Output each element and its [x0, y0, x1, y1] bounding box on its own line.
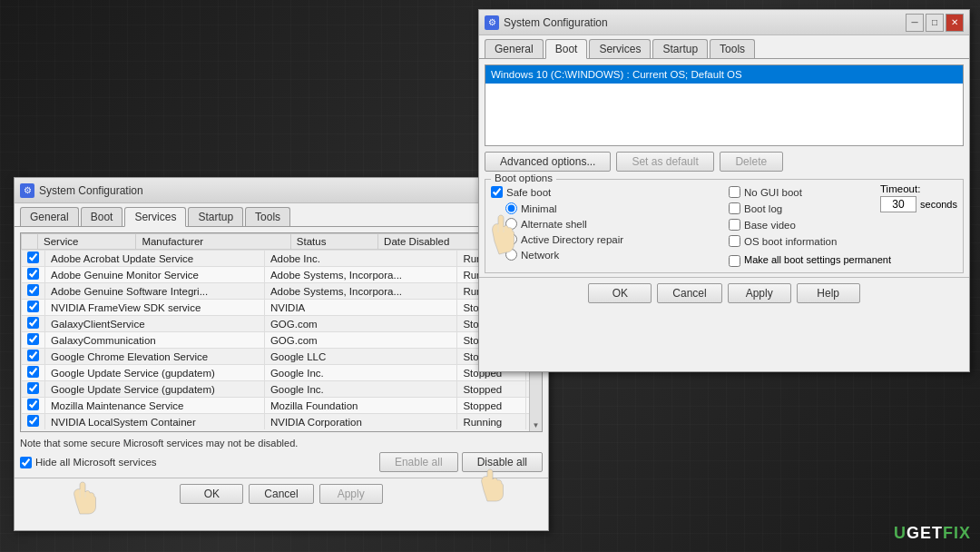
- boot-maximize-button[interactable]: □: [926, 14, 944, 32]
- tab-services-services[interactable]: Services: [124, 207, 186, 227]
- scroll-down-arrow[interactable]: ▼: [533, 421, 540, 429]
- tab-tools-services[interactable]: Tools: [245, 207, 290, 226]
- no-gui-checkbox[interactable]: [729, 186, 740, 198]
- service-name: Mozilla Maintenance Service: [45, 398, 265, 414]
- boot-entry-selected[interactable]: Windows 10 (C:\WINDOWS) : Current OS; De…: [485, 65, 963, 84]
- boot-minimize-button[interactable]: ─: [906, 14, 924, 32]
- tab-startup-boot[interactable]: Startup: [652, 39, 708, 58]
- boot-log-checkbox[interactable]: [729, 202, 740, 214]
- service-name: GalaxyClientService: [45, 316, 265, 332]
- service-checkbox[interactable]: [27, 333, 39, 345]
- hand-cursor-1: [69, 478, 101, 521]
- boot-window: ⚙ System Configuration ─ □ ✕ General Boo…: [478, 9, 970, 372]
- services-cancel-button[interactable]: Cancel: [249, 484, 313, 504]
- row-checkbox-cell: [22, 381, 45, 398]
- boot-log-label: Boot log: [744, 203, 782, 214]
- boot-list[interactable]: Windows 10 (C:\WINDOWS) : Current OS; De…: [485, 64, 964, 146]
- tab-general-services[interactable]: General: [20, 207, 79, 226]
- table-row: Google Update Service (gupdatem) Google …: [22, 365, 542, 381]
- services-content: Service Manufacturer Status Date Disable…: [15, 227, 548, 478]
- timeout-section: Timeout: seconds: [880, 183, 957, 212]
- hide-microsoft-checkbox[interactable]: [20, 457, 32, 468]
- services-note: Note that some secure Microsoft services…: [20, 438, 543, 448]
- row-checkbox-cell: [22, 316, 45, 332]
- service-checkbox[interactable]: [27, 382, 39, 394]
- boot-help-button[interactable]: Help: [797, 283, 860, 303]
- delete-button[interactable]: Delete: [720, 152, 783, 172]
- timeout-input[interactable]: [880, 196, 916, 212]
- table-row: NVIDIA LocalSystem Container NVIDIA Corp…: [22, 414, 542, 430]
- service-name: GalaxyCommunication: [45, 332, 265, 349]
- boot-close-button[interactable]: ✕: [946, 14, 964, 32]
- service-checkbox[interactable]: [27, 251, 39, 263]
- service-name: Adobe Genuine Software Integri...: [45, 283, 265, 300]
- active-directory-label: Active Directory repair: [521, 234, 623, 245]
- tab-general-boot[interactable]: General: [485, 39, 544, 58]
- make-permanent-checkbox[interactable]: [729, 255, 740, 267]
- enable-disable-buttons: Enable all Disable all: [379, 452, 543, 472]
- tab-services-boot[interactable]: Services: [589, 39, 651, 58]
- table-row: Google Chrome Elevation Service Google L…: [22, 349, 542, 365]
- services-ok-button[interactable]: OK: [180, 484, 243, 504]
- services-bottom-controls: Hide all Microsoft services Enable all D…: [20, 452, 543, 472]
- service-checkbox[interactable]: [27, 284, 39, 296]
- service-checkbox[interactable]: [27, 415, 39, 427]
- service-checkbox[interactable]: [27, 268, 39, 280]
- service-manufacturer: Google Inc.: [264, 381, 457, 398]
- boot-cancel-button[interactable]: Cancel: [657, 283, 721, 303]
- active-directory-radio-row: Active Directory repair: [505, 232, 720, 246]
- services-table-container: Service Manufacturer Status Date Disable…: [20, 232, 543, 432]
- services-title-left: ⚙ System Configuration: [20, 183, 143, 198]
- base-video-checkbox[interactable]: [729, 219, 740, 231]
- services-window-title: System Configuration: [39, 184, 143, 197]
- timeout-unit: seconds: [920, 199, 957, 210]
- boot-ok-button[interactable]: OK: [588, 283, 652, 303]
- boot-options-label: Boot options: [491, 172, 556, 183]
- alternate-shell-label: Alternate shell: [521, 219, 587, 230]
- service-manufacturer: Mozilla Foundation: [264, 398, 457, 414]
- service-checkbox[interactable]: [27, 317, 39, 329]
- services-table-scroll[interactable]: Adobe Acrobat Update Service Adobe Inc. …: [21, 250, 542, 429]
- service-checkbox[interactable]: [27, 350, 39, 361]
- row-checkbox-cell: [22, 398, 45, 414]
- boot-action-row: Advanced options... Set as default Delet…: [479, 152, 969, 172]
- service-name: Google Update Service (gupdatem): [45, 365, 265, 381]
- services-titlebar: ⚙ System Configuration ─ □ ✕: [15, 178, 548, 203]
- boot-options-inner: Safe boot Minimal Alternate shell Active…: [491, 185, 957, 267]
- watermark-fix: FIX: [943, 524, 971, 542]
- service-manufacturer: NVIDIA Corporation: [264, 414, 457, 430]
- tab-tools-boot[interactable]: Tools: [710, 39, 755, 58]
- boot-apply-button[interactable]: Apply: [728, 283, 791, 303]
- network-label: Network: [521, 250, 559, 261]
- set-as-default-button[interactable]: Set as default: [616, 152, 713, 172]
- services-window-icon: ⚙: [20, 183, 34, 198]
- base-video-label: Base video: [744, 220, 796, 231]
- service-checkbox[interactable]: [27, 301, 39, 312]
- hand-cursor-boot: [485, 209, 526, 261]
- safe-boot-label: Safe boot: [506, 187, 551, 198]
- service-checkbox[interactable]: [27, 399, 39, 410]
- row-checkbox-cell: [22, 414, 45, 430]
- tab-startup-services[interactable]: Startup: [188, 207, 243, 226]
- row-checkbox-cell: [22, 283, 45, 300]
- advanced-options-button[interactable]: Advanced options...: [485, 152, 611, 172]
- service-checkbox[interactable]: [27, 366, 39, 378]
- tab-boot-boot[interactable]: Boot: [545, 39, 588, 59]
- service-name: Adobe Acrobat Update Service: [45, 251, 265, 267]
- safe-boot-row: Safe boot: [491, 185, 720, 199]
- safe-boot-checkbox[interactable]: [491, 186, 503, 198]
- table-row: Adobe Genuine Monitor Service Adobe Syst…: [22, 267, 542, 283]
- service-name: Adobe Genuine Monitor Service: [45, 267, 265, 283]
- tab-boot-services[interactable]: Boot: [81, 207, 123, 226]
- base-video-row: Base video: [729, 218, 957, 232]
- table-row: GalaxyClientService GOG.com Stopped: [22, 316, 542, 332]
- service-status: Stopped: [457, 398, 525, 414]
- boot-window-title: System Configuration: [504, 16, 608, 29]
- service-manufacturer: Adobe Systems, Incorpora...: [264, 283, 457, 300]
- enable-all-button[interactable]: Enable all: [379, 452, 458, 472]
- os-boot-info-checkbox[interactable]: [729, 235, 740, 247]
- boot-footer: OK Cancel Apply Help: [479, 277, 969, 309]
- services-apply-button[interactable]: Apply: [319, 484, 383, 504]
- row-checkbox-cell: [22, 300, 45, 316]
- services-table-body: Adobe Acrobat Update Service Adobe Inc. …: [21, 250, 542, 429]
